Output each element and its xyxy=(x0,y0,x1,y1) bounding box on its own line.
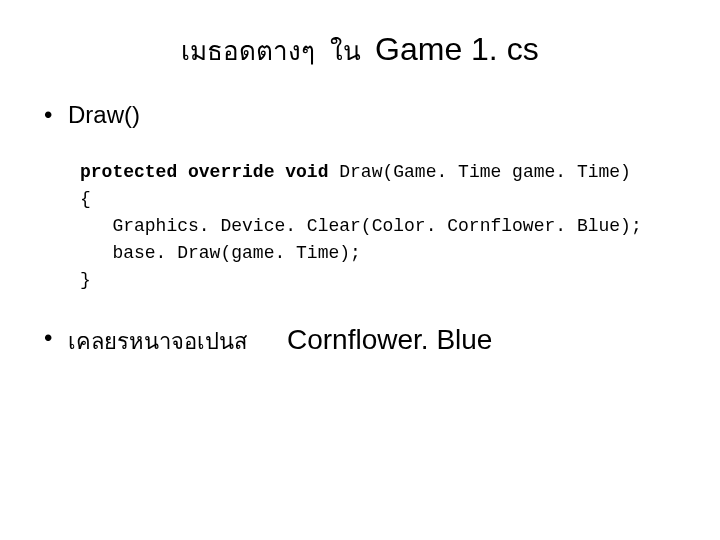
bullet-list: Draw() xyxy=(40,101,680,129)
title-filename: Game 1. cs xyxy=(375,31,539,67)
bullet-draw: Draw() xyxy=(40,101,680,129)
code-line5: } xyxy=(80,270,91,290)
code-line3: Graphics. Device. Clear(Color. Cornflowe… xyxy=(80,216,642,236)
bullet-list-2: เคลยรหนาจอเปนส Cornflower. Blue xyxy=(40,324,680,359)
title-part-1: เมธอดตางๆ xyxy=(181,36,315,66)
code-line4: base. Draw(game. Time); xyxy=(80,243,361,263)
code-line1-rest: Draw(Game. Time game. Time) xyxy=(328,162,630,182)
code-block: protected override void Draw(Game. Time … xyxy=(80,159,680,294)
code-line2: { xyxy=(80,189,91,209)
slide: เมธอดตางๆ ใน Game 1. cs Draw() protected… xyxy=(0,0,720,540)
slide-title: เมธอดตางๆ ใน Game 1. cs xyxy=(40,30,680,71)
bullet-clear-value: Cornflower. Blue xyxy=(287,324,492,356)
bullet-clear-label: เคลยรหนาจอเปนส xyxy=(68,324,247,359)
bullet-clear-screen: เคลยรหนาจอเปนส Cornflower. Blue xyxy=(40,324,680,359)
title-part-2: ใน xyxy=(330,36,361,66)
code-line1-keywords: protected override void xyxy=(80,162,328,182)
